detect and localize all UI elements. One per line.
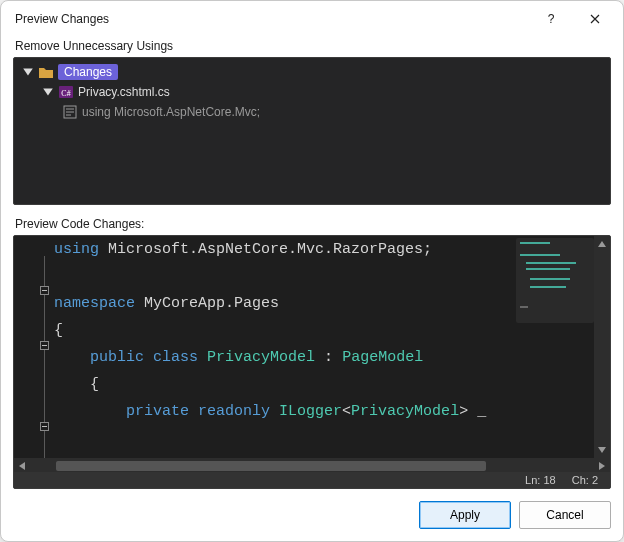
preview-changes-dialog: Preview Changes ? Remove Unnecessary Usi…	[0, 0, 624, 542]
scroll-thumb[interactable]	[56, 461, 486, 471]
code-snippet-icon	[62, 104, 78, 120]
tree-file-row[interactable]: C# Privacy.cshtml.cs	[18, 82, 606, 102]
gutter	[14, 236, 52, 458]
changes-tree[interactable]: Changes C# Privacy.cshtml.cs using Micro…	[13, 57, 611, 205]
collapse-icon[interactable]	[42, 86, 54, 98]
collapse-icon[interactable]	[22, 66, 34, 78]
fold-toggle[interactable]	[40, 286, 49, 295]
apply-button[interactable]: Apply	[419, 501, 511, 529]
preview-code-label: Preview Code Changes:	[15, 217, 611, 231]
tree-root-label: Changes	[58, 64, 118, 80]
scroll-up-icon[interactable]	[594, 236, 610, 252]
svg-text:C#: C#	[61, 89, 70, 98]
scroll-down-icon[interactable]	[594, 442, 610, 458]
svg-rect-3	[520, 242, 550, 244]
code-editor[interactable]: using Microsoft.AspNetCore.Mvc.RazorPage…	[13, 235, 611, 489]
svg-rect-4	[520, 254, 560, 256]
vertical-scrollbar[interactable]	[594, 236, 610, 458]
svg-rect-6	[526, 268, 570, 270]
svg-rect-8	[530, 286, 566, 288]
status-line: Ln: 18	[525, 474, 556, 486]
close-button[interactable]	[573, 4, 617, 34]
tree-file-label: Privacy.cshtml.cs	[78, 85, 170, 99]
content-area: Remove Unnecessary Usings Changes C# Pri…	[1, 37, 623, 489]
remove-usings-label: Remove Unnecessary Usings	[15, 39, 611, 53]
svg-rect-5	[526, 262, 576, 264]
fold-toggle[interactable]	[40, 341, 49, 350]
minimap[interactable]	[516, 238, 594, 323]
folder-icon	[38, 64, 54, 80]
svg-rect-9	[520, 306, 528, 308]
close-icon	[590, 14, 600, 24]
code-preview-section: Preview Code Changes: using Microsoft.As…	[13, 215, 611, 489]
tree-using-row[interactable]: using Microsoft.AspNetCore.Mvc;	[18, 102, 606, 122]
help-button[interactable]: ?	[529, 4, 573, 34]
tree-root-row[interactable]: Changes	[18, 62, 606, 82]
tree-using-label: using Microsoft.AspNetCore.Mvc;	[82, 105, 260, 119]
csharp-file-icon: C#	[58, 84, 74, 100]
status-col: Ch: 2	[572, 474, 598, 486]
cancel-button[interactable]: Cancel	[519, 501, 611, 529]
button-row: Apply Cancel	[1, 489, 623, 541]
fold-toggle[interactable]	[40, 422, 49, 431]
dialog-title: Preview Changes	[15, 12, 529, 26]
status-bar: Ln: 18 Ch: 2	[14, 472, 610, 488]
svg-rect-7	[530, 278, 570, 280]
titlebar: Preview Changes ?	[1, 1, 623, 37]
